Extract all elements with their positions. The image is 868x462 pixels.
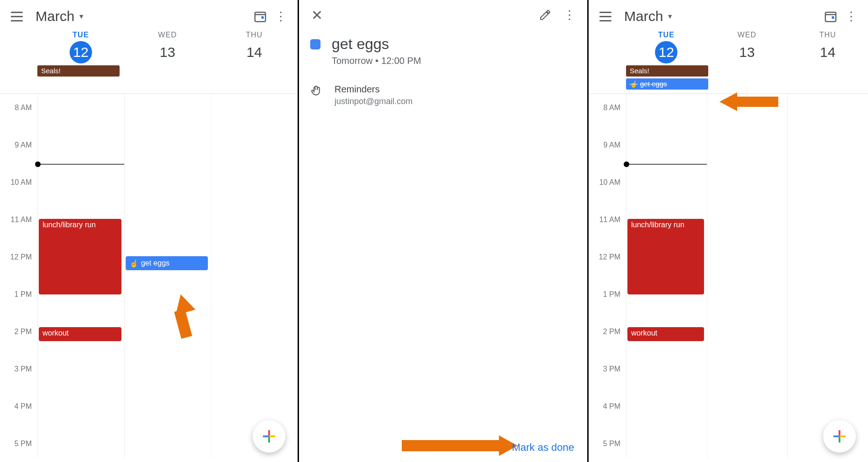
day-abbr: TUE — [626, 31, 707, 39]
overflow-menu-icon[interactable]: ⋮ — [270, 6, 291, 27]
detail-panel: ✕ ⋮ get eggs Tomorrow • 12:00 PM Reminde… — [299, 0, 589, 462]
day-number: 13 — [157, 41, 179, 63]
svg-rect-6 — [269, 435, 275, 437]
time-label: 10 AM — [599, 178, 620, 187]
svg-rect-9 — [832, 16, 834, 19]
event-label: get eggs — [640, 78, 667, 90]
calendar-panel-left: March ▼ ⋮ TUE 12 WED 13 THU 14 Seals! 8 … — [0, 0, 299, 462]
time-label: 4 PM — [603, 402, 620, 411]
reminder-hand-icon: ☝ — [630, 78, 638, 90]
mark-as-done-button[interactable]: Mark as done — [512, 441, 574, 454]
grid-col-wed[interactable] — [707, 94, 788, 458]
day-number: 14 — [817, 41, 839, 63]
edit-icon[interactable] — [535, 5, 555, 25]
time-label: 11 AM — [11, 216, 32, 224]
month-picker[interactable]: March ▼ — [624, 8, 673, 24]
event-workout[interactable]: workout — [627, 327, 704, 341]
day-abbr: WED — [124, 31, 211, 39]
color-marker — [310, 39, 320, 49]
svg-rect-2 — [262, 16, 264, 19]
day-number: 14 — [243, 41, 265, 63]
time-grid: 8 AM 9 AM 10 AM 11 AM 12 PM 1 PM 2 PM 3 … — [589, 94, 868, 458]
close-icon[interactable]: ✕ — [306, 5, 327, 25]
time-label: 3 PM — [14, 365, 32, 373]
day-header-wed[interactable]: WED 13 — [707, 31, 788, 63]
time-label: 1 PM — [14, 290, 32, 299]
day-header-thu[interactable]: THU 14 — [211, 31, 298, 63]
event-lunch[interactable]: lunch/library run — [627, 219, 704, 294]
detail-title-row: get eggs Tomorrow • 12:00 PM — [299, 30, 587, 72]
day-header-thu[interactable]: THU 14 — [787, 31, 868, 63]
calendar-panel-right: March ▼ ⋮ TUE 12 WED 13 THU 14 Seals! ☝ … — [589, 0, 868, 462]
day-headers: TUE 12 WED 13 THU 14 — [0, 31, 298, 63]
event-seals[interactable]: Seals! — [626, 65, 708, 77]
chevron-down-icon: ▼ — [78, 13, 85, 20]
grid-col-thu[interactable] — [211, 94, 298, 458]
time-label: 9 AM — [604, 141, 620, 149]
time-label: 1 PM — [603, 290, 620, 299]
now-indicator — [626, 164, 707, 165]
event-geteggs[interactable]: ☝ get eggs — [126, 256, 208, 270]
allday-row: Seals! ☝ get eggs — [589, 65, 868, 93]
event-lunch[interactable]: lunch/library run — [39, 219, 121, 294]
detail-title: get eggs — [332, 35, 421, 53]
plus-icon — [261, 428, 277, 444]
annotation-arrow — [402, 438, 523, 454]
day-header-tue[interactable]: TUE 12 — [37, 31, 124, 63]
svg-rect-0 — [255, 12, 266, 21]
overflow-menu-icon[interactable]: ⋮ — [559, 5, 580, 25]
time-label: 11 AM — [599, 216, 620, 224]
day-abbr: THU — [787, 31, 868, 39]
time-label: 5 PM — [603, 440, 620, 448]
time-label: 12 PM — [10, 253, 32, 261]
grid-col-tue[interactable]: lunch/library run workout — [37, 94, 124, 458]
today-icon[interactable] — [820, 6, 841, 27]
day-headers: TUE 12 WED 13 THU 14 — [589, 31, 868, 63]
reminder-hand-icon: ☝ — [129, 259, 139, 268]
reminder-hand-icon — [310, 84, 323, 97]
time-label: 4 PM — [14, 402, 32, 411]
day-header-tue[interactable]: TUE 12 — [626, 31, 707, 63]
day-number: 12 — [70, 41, 92, 63]
now-indicator — [38, 164, 124, 165]
day-number: 12 — [655, 41, 677, 63]
day-abbr: THU — [211, 31, 298, 39]
day-number: 13 — [736, 41, 758, 63]
time-label: 3 PM — [603, 365, 620, 373]
event-label: get eggs — [141, 259, 170, 267]
reminder-email: justinpot@gmail.com — [334, 97, 413, 106]
calendar-header: March ▼ ⋮ — [0, 0, 298, 31]
grid-col-wed[interactable]: ☝ get eggs — [124, 94, 211, 458]
reminders-label: Reminders — [334, 84, 413, 95]
menu-icon[interactable] — [7, 6, 27, 27]
menu-icon[interactable] — [595, 6, 616, 27]
day-abbr: WED — [707, 31, 788, 39]
day-header-wed[interactable]: WED 13 — [124, 31, 211, 63]
detail-reminder-row: Reminders justinpot@gmail.com — [299, 77, 587, 114]
time-label: 8 AM — [604, 104, 620, 112]
overflow-menu-icon[interactable]: ⋮ — [841, 6, 861, 27]
detail-header: ✕ ⋮ — [299, 0, 587, 30]
time-label: 8 AM — [15, 104, 32, 112]
event-geteggs-done[interactable]: ☝ get eggs — [626, 78, 708, 90]
event-workout[interactable]: workout — [39, 327, 121, 341]
time-label: 9 AM — [15, 141, 32, 149]
event-seals[interactable]: Seals! — [37, 65, 120, 77]
detail-subtitle: Tomorrow • 12:00 PM — [332, 56, 421, 66]
svg-rect-10 — [839, 430, 840, 436]
month-picker[interactable]: March ▼ — [36, 8, 85, 24]
day-abbr: TUE — [37, 31, 124, 39]
svg-rect-7 — [825, 12, 836, 21]
today-icon[interactable] — [250, 6, 270, 27]
month-label: March — [36, 8, 74, 24]
grid-col-tue[interactable]: lunch/library run workout — [626, 94, 707, 458]
time-label: 12 PM — [599, 253, 620, 261]
create-fab[interactable] — [823, 420, 856, 453]
create-fab[interactable] — [253, 420, 285, 453]
time-label: 2 PM — [603, 328, 620, 336]
allday-row: Seals! — [0, 65, 298, 93]
svg-rect-4 — [268, 436, 270, 442]
chevron-down-icon: ▼ — [667, 13, 673, 20]
grid-col-thu[interactable] — [787, 94, 868, 458]
svg-rect-12 — [833, 435, 840, 437]
